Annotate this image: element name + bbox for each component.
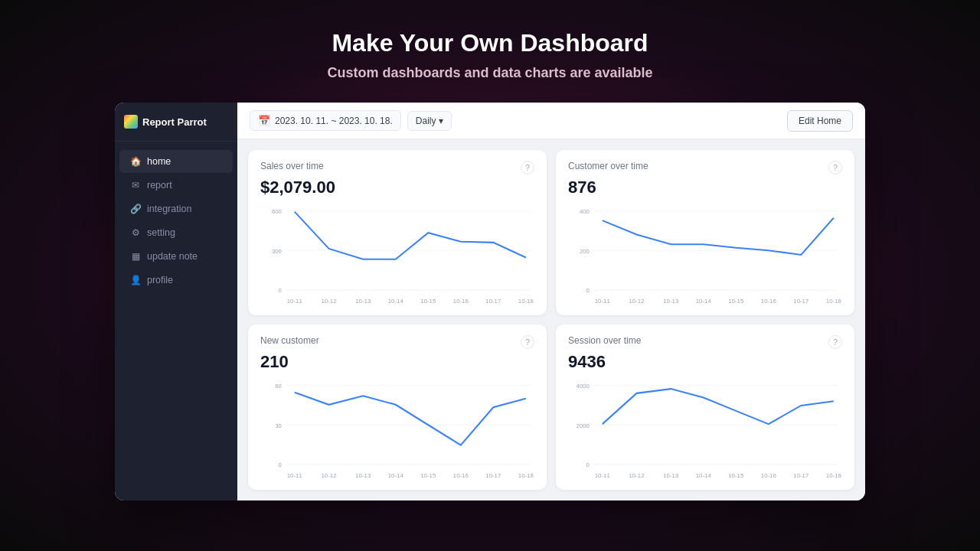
svg-text:10-18: 10-18 [518, 472, 534, 479]
svg-text:10-18: 10-18 [826, 298, 842, 305]
svg-text:10-16: 10-16 [453, 472, 469, 479]
new-customer-chart-svg: 60 30 0 10-11 10-12 10-13 10-14 10-15 10… [260, 377, 534, 482]
sidebar-item-home[interactable]: 🏠 home [119, 150, 233, 173]
profile-icon: 👤 [130, 275, 141, 285]
sidebar-item-report[interactable]: ✉ report [119, 174, 233, 197]
nav-label-profile: profile [147, 275, 173, 285]
logo-icon [124, 115, 138, 129]
session-chart-svg: 4000 2000 0 10-11 10-12 10-13 10-14 10-1… [568, 377, 842, 482]
sales-chart-title: Sales over time [260, 161, 324, 171]
session-card-header: Session over time ? [568, 335, 842, 349]
customer-chart-card: Customer over time ? 876 400 200 0 [556, 150, 854, 315]
svg-text:10-18: 10-18 [518, 298, 534, 305]
sidebar-item-update-note[interactable]: ▦ update note [119, 245, 233, 268]
svg-text:10-16: 10-16 [761, 472, 777, 479]
top-bar: 📅 2023. 10. 11. ~ 2023. 10. 18. Daily ▾ … [237, 103, 865, 139]
svg-text:10-18: 10-18 [826, 472, 842, 479]
customer-value: 876 [568, 178, 842, 197]
svg-text:60: 60 [275, 383, 282, 390]
new-customer-card-header: New customer ? [260, 335, 534, 349]
sidebar-item-profile[interactable]: 👤 profile [119, 269, 233, 292]
svg-text:10-15: 10-15 [420, 472, 436, 479]
date-range-text: 2023. 10. 11. ~ 2023. 10. 18. [275, 116, 393, 126]
svg-text:10-12: 10-12 [321, 298, 337, 305]
svg-text:10-17: 10-17 [793, 298, 809, 305]
nav-label-home: home [147, 156, 171, 167]
date-range-selector[interactable]: 📅 2023. 10. 11. ~ 2023. 10. 18. [250, 110, 401, 131]
svg-text:10-17: 10-17 [485, 472, 501, 479]
sidebar-item-integration[interactable]: 🔗 integration [119, 197, 233, 220]
svg-text:10-17: 10-17 [485, 298, 501, 305]
svg-text:10-11: 10-11 [595, 298, 611, 305]
svg-text:0: 0 [586, 461, 590, 468]
svg-text:10-12: 10-12 [629, 298, 645, 305]
svg-text:10-15: 10-15 [728, 298, 744, 305]
report-icon: ✉ [130, 180, 141, 191]
frequency-selector[interactable]: Daily ▾ [407, 111, 452, 131]
nav-label-report: report [147, 180, 172, 191]
sidebar-item-setting[interactable]: ⚙ setting [119, 221, 233, 244]
svg-text:10-11: 10-11 [287, 298, 303, 305]
svg-text:2000: 2000 [577, 422, 590, 429]
setting-icon: ⚙ [130, 227, 141, 238]
sales-chart-svg: 600 300 0 10-11 10-12 10-13 10-14 10-15 … [260, 202, 534, 308]
svg-text:10-13: 10-13 [355, 472, 371, 479]
svg-text:0: 0 [279, 287, 283, 294]
frequency-text: Daily [416, 116, 436, 126]
svg-text:10-13: 10-13 [355, 298, 371, 305]
new-customer-chart-card: New customer ? 210 60 30 0 [248, 324, 547, 490]
session-value: 9436 [568, 352, 842, 372]
svg-text:10-13: 10-13 [663, 298, 679, 305]
main-content: 📅 2023. 10. 11. ~ 2023. 10. 18. Daily ▾ … [237, 103, 865, 500]
session-chart-area: 4000 2000 0 10-11 10-12 10-13 10-14 10-1… [568, 377, 842, 482]
svg-text:10-14: 10-14 [388, 298, 404, 305]
svg-text:10-12: 10-12 [321, 472, 337, 479]
nav-label-integration: integration [147, 204, 191, 214]
svg-text:4000: 4000 [577, 383, 590, 390]
home-icon: 🏠 [130, 156, 141, 167]
svg-text:0: 0 [279, 461, 283, 468]
sales-value: $2,079.00 [260, 178, 534, 197]
nav-items: 🏠 home ✉ report 🔗 integration ⚙ setting … [115, 142, 237, 500]
hero-title: Make Your Own Dashboard [327, 29, 652, 57]
sidebar: Report Parrot 🏠 home ✉ report 🔗 integrat… [115, 103, 237, 500]
svg-text:10-16: 10-16 [761, 298, 777, 305]
svg-text:10-17: 10-17 [793, 472, 809, 479]
customer-card-header: Customer over time ? [568, 161, 842, 174]
sidebar-logo: Report Parrot [115, 103, 237, 142]
svg-text:600: 600 [272, 208, 283, 215]
svg-text:10-11: 10-11 [287, 472, 303, 479]
chevron-down-icon: ▾ [439, 116, 443, 126]
svg-text:10-16: 10-16 [453, 298, 469, 305]
customer-chart-area: 400 200 0 10-11 10-12 10-13 10-14 10-15 … [568, 202, 842, 308]
svg-text:400: 400 [580, 208, 590, 215]
hero-section: Make Your Own Dashboard Custom dashboard… [312, 0, 668, 103]
new-customer-help-button[interactable]: ? [521, 335, 534, 349]
svg-text:200: 200 [580, 248, 590, 255]
session-help-button[interactable]: ? [828, 335, 842, 349]
edit-home-button[interactable]: Edit Home [787, 110, 853, 132]
new-customer-value: 210 [260, 352, 534, 372]
customer-help-button[interactable]: ? [828, 161, 842, 174]
nav-label-update-note: update note [147, 251, 198, 262]
customer-chart-svg: 400 200 0 10-11 10-12 10-13 10-14 10-15 … [568, 202, 842, 308]
svg-text:10-12: 10-12 [629, 472, 645, 479]
sales-help-button[interactable]: ? [521, 161, 534, 174]
sales-chart-card: Sales over time ? $2,079.00 600 300 0 [248, 150, 547, 315]
sales-card-header: Sales over time ? [260, 161, 534, 174]
new-customer-chart-title: New customer [260, 335, 319, 346]
svg-text:10-15: 10-15 [420, 298, 436, 305]
hero-subtitle: Custom dashboards and data charts are av… [327, 65, 652, 81]
svg-text:10-14: 10-14 [696, 298, 712, 305]
svg-text:10-14: 10-14 [696, 472, 712, 479]
nav-label-setting: setting [147, 227, 175, 238]
update-note-icon: ▦ [130, 251, 141, 262]
dashboard-grid: Sales over time ? $2,079.00 600 300 0 [237, 139, 865, 500]
svg-text:300: 300 [272, 248, 283, 255]
logo-text: Report Parrot [142, 116, 207, 128]
session-chart-title: Session over time [568, 335, 641, 346]
app-window: Report Parrot 🏠 home ✉ report 🔗 integrat… [115, 103, 865, 500]
session-chart-card: Session over time ? 9436 4000 2000 0 [556, 324, 854, 490]
integration-icon: 🔗 [130, 204, 141, 214]
sales-chart-area: 600 300 0 10-11 10-12 10-13 10-14 10-15 … [260, 202, 534, 308]
